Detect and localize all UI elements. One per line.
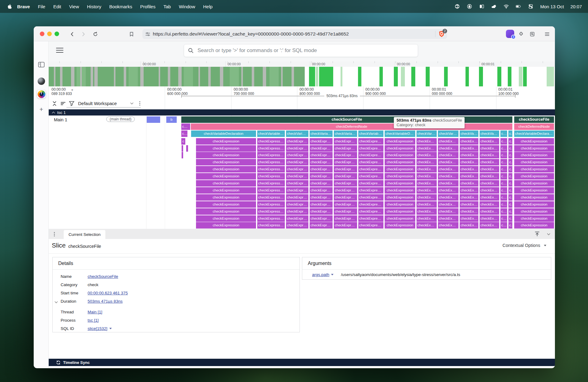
overview-bar[interactable] [479, 67, 483, 86]
flame-slice[interactable]: checkDeferredNode [514, 123, 554, 130]
bookmark-icon[interactable] [127, 30, 135, 38]
flame-slice[interactable]: checkExpression [286, 201, 308, 208]
flame-slice[interactable]: checkExpression [508, 208, 512, 215]
flame-slice[interactable]: checkExpression [417, 138, 437, 145]
flame-slice[interactable]: checkVariableDeclaration [334, 130, 357, 137]
flame-slice[interactable]: checkExpression [310, 187, 333, 194]
flame-slice[interactable]: checkExpression [385, 222, 415, 229]
flame-slice[interactable]: checkExpression [417, 173, 437, 180]
overview-bar[interactable] [411, 67, 415, 86]
reload-button[interactable] [91, 30, 99, 38]
flame-slice[interactable]: checkExpression [257, 145, 285, 152]
flame-slice[interactable]: checkExpression [358, 201, 383, 208]
flame-slice[interactable]: checkExpression [286, 187, 308, 194]
flame-slice[interactable]: checkExpression [438, 166, 458, 172]
flame-slice[interactable]: checkExpression [334, 208, 357, 215]
url-text[interactable]: https://ui.perfetto.dev/#!/viewer?local_… [153, 31, 349, 37]
flame-slice[interactable]: checkExpression [310, 173, 333, 180]
lock-app-icon[interactable] [467, 4, 473, 9]
menu-date[interactable]: Mon 13 Oct [540, 4, 564, 9]
flame-slice[interactable]: checkExpression [196, 180, 256, 187]
flame-slice[interactable]: checkExpression [196, 194, 256, 201]
filter-funnel-icon[interactable] [69, 101, 74, 106]
flame-slice[interactable]: checkExpression [514, 222, 554, 229]
omnibox[interactable] [184, 44, 418, 57]
flame-slice[interactable]: checkExpression [417, 180, 437, 187]
flame-slice[interactable]: checkExpression [358, 166, 383, 172]
flame-slice[interactable]: checkExpression [480, 152, 499, 158]
overview-bar[interactable] [316, 67, 318, 86]
flame-slice[interactable] [147, 116, 160, 123]
overview-bar[interactable] [497, 67, 501, 86]
back-button[interactable] [68, 30, 76, 38]
flame-slice[interactable]: checkExpression [310, 201, 333, 208]
flame-slice[interactable]: checkExpression [334, 222, 357, 229]
flame-slice[interactable]: checkExpression [508, 173, 512, 180]
flame-slice[interactable]: checkExpression [196, 159, 256, 165]
flame-slice[interactable]: checkExpression [438, 145, 458, 152]
flame-slice[interactable]: checkExpression [480, 201, 499, 208]
flame-slice[interactable]: checkExpression [438, 194, 458, 201]
flame-slice[interactable]: checkExpression [460, 194, 478, 201]
flame-slice[interactable]: checkExpression [385, 208, 415, 215]
track-canvas[interactable]: Main 1 (main thread) bcheckSourceFilech…… [49, 115, 555, 229]
workspace-kebab-icon[interactable] [137, 100, 143, 107]
flame-slice[interactable]: checkExpression [500, 180, 507, 187]
flame-slice[interactable]: checkExpression [310, 215, 333, 222]
flame-slice[interactable]: checkExpression [310, 208, 333, 215]
flame-slice[interactable]: checkExpression [286, 208, 308, 215]
flame-slice[interactable]: checkSourceFile [514, 116, 554, 123]
detail-value[interactable]: slice[1532] [88, 326, 107, 331]
url-bar[interactable]: https://ui.perfetto.dev/#!/viewer?local_… [142, 29, 447, 39]
flame-slice[interactable]: checkExpression [286, 180, 308, 187]
flame-slice[interactable]: checkExpression [310, 152, 333, 158]
split-view-icon[interactable] [479, 4, 485, 9]
contextual-options-button[interactable]: Contextual Options [503, 243, 546, 248]
flame-slice[interactable]: checkExpression [334, 201, 357, 208]
flame-slice[interactable]: checkExpression [500, 145, 507, 152]
flame-slice[interactable]: checkExpression [196, 201, 256, 208]
flame-slice[interactable]: checkVariableDeclaration [358, 130, 383, 137]
flame-slice[interactable]: checkExpression [334, 145, 357, 152]
flame-slice[interactable]: checkExpression [196, 187, 256, 194]
detail-value[interactable]: 503ms 471µs 83ns [88, 299, 123, 304]
flame-slice[interactable]: checkExpression [385, 201, 415, 208]
flame-slice[interactable]: checkExpression [196, 138, 256, 145]
flame-slice[interactable]: checkExpression [358, 152, 383, 158]
flame-slice[interactable]: checkExpression [286, 166, 308, 172]
flame-slice[interactable]: checkExpression [310, 145, 333, 152]
flame-slice[interactable]: ch… [181, 123, 190, 130]
flame-slice[interactable]: checkExpression [385, 215, 415, 222]
flame-slice[interactable]: checkExpression [460, 187, 478, 194]
flame-slice[interactable]: checkExpression [196, 145, 256, 152]
track-shell[interactable]: Main 1 (main thread) [49, 115, 146, 229]
overview-bright-block[interactable] [319, 67, 333, 86]
close-window-button[interactable] [40, 32, 44, 36]
flame-slice[interactable]: checkExpression [417, 208, 437, 215]
flame-slice[interactable]: checkVariableDeclaration [257, 130, 285, 137]
toggle-sidebar-icon[interactable] [37, 60, 46, 69]
flame-slice[interactable]: checkExpression [310, 159, 333, 165]
overview-bar[interactable] [547, 67, 554, 86]
flame-slice[interactable]: checkExpression [417, 187, 437, 194]
flame-slice[interactable]: checkExpression [508, 194, 512, 201]
menu-history[interactable]: History [83, 4, 105, 9]
overview-bar[interactable] [401, 67, 405, 86]
flame-slice[interactable]: checkExpression [286, 222, 308, 229]
extensions-puzzle-icon[interactable] [517, 30, 525, 38]
search-input[interactable] [197, 47, 414, 54]
flame-slice[interactable]: checkExpression [257, 159, 285, 165]
flame-slice[interactable]: checkExpression [438, 152, 458, 158]
flame-slice[interactable]: checkExpression [358, 208, 383, 215]
flame-slice[interactable]: checkExpression [508, 222, 512, 229]
flame-slice[interactable]: checkExpression [480, 166, 499, 172]
overview-dense-band[interactable] [49, 67, 305, 86]
flame-slice[interactable]: checkExpression [196, 173, 256, 180]
overview-bar[interactable] [519, 67, 522, 86]
overview-bar[interactable] [444, 67, 448, 86]
overview-bar[interactable] [466, 67, 469, 86]
flame-slice[interactable]: checkExpression [500, 201, 507, 208]
site-settings-icon[interactable] [142, 30, 153, 38]
flame-slice[interactable]: checkExpression [286, 152, 308, 158]
flame-slice[interactable]: checkExpression [286, 215, 308, 222]
